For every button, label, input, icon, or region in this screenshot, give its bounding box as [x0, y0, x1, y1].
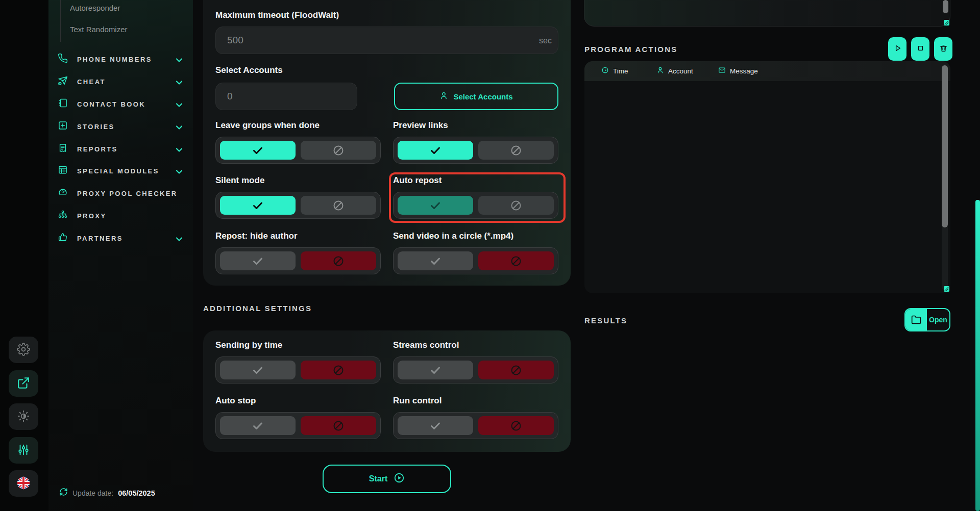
toggle-yes-button[interactable] [220, 141, 296, 160]
results-title: RESULTS [584, 316, 627, 325]
submenu-indicator-line [60, 0, 61, 42]
clear-actions-button[interactable] [934, 37, 952, 61]
clock-icon [601, 66, 609, 76]
sidebar-item-cheat[interactable]: CHEAT [58, 70, 186, 93]
textarea-scrollbar-thumb[interactable] [943, 0, 948, 13]
open-results-button[interactable]: Open [904, 308, 950, 331]
uk-flag-icon [17, 476, 30, 491]
sidebar-item-special-modules[interactable]: SPECIAL MODULES [58, 160, 186, 182]
gear-icon [17, 343, 30, 357]
sidebar: Autoresponder Text Randomizer PHONE NUMB… [48, 0, 193, 511]
special-modules-icon [58, 165, 68, 177]
additional-settings-title: ADDITIONAL SETTINGS [203, 304, 312, 313]
toggle-yes-button[interactable] [220, 361, 296, 379]
toggle-no-button[interactable] [478, 361, 554, 379]
accounts-count-input[interactable] [215, 83, 357, 110]
settings-rail-button[interactable] [9, 337, 38, 363]
stop-actions-button[interactable] [911, 37, 929, 61]
trash-icon [939, 44, 948, 54]
stop-icon [916, 44, 925, 54]
toggle-auto-stop: Auto stop [215, 396, 381, 439]
select-accounts-label: Select Accounts [215, 65, 283, 75]
column-header-time: Time [601, 61, 628, 81]
toggle-no-button[interactable] [301, 196, 376, 215]
gauge-icon [58, 187, 68, 199]
refresh-icon [59, 488, 68, 498]
toggle-yes-button[interactable] [398, 141, 473, 160]
chevron-down-icon [174, 234, 182, 242]
toggle-no-button[interactable] [478, 141, 554, 160]
toggle-yes-button[interactable] [398, 196, 473, 215]
toggle-yes-button[interactable] [398, 361, 473, 379]
toggle-yes-button[interactable] [220, 196, 296, 215]
sliders-icon [17, 443, 30, 458]
toggle-streams-control: Streams control [393, 340, 558, 384]
play-icon [893, 44, 902, 54]
toggle-no-button[interactable] [301, 361, 376, 379]
toggle-leave-groups: Leave groups when done [215, 120, 381, 164]
start-button[interactable]: Start [323, 465, 451, 493]
chevron-down-icon [174, 167, 182, 175]
column-header-account: Account [656, 61, 693, 81]
sidebar-item-proxy[interactable]: PROXY [58, 205, 186, 227]
toggle-preview-links: Preview links [393, 120, 558, 164]
textarea-resize-grip[interactable] [944, 20, 949, 25]
sidebar-item-phone-numbers[interactable]: PHONE NUMBERS [58, 48, 186, 70]
sidebar-subitem-text-randomizer[interactable]: Text Randomizer [70, 25, 128, 34]
external-link-rail-button[interactable] [9, 370, 38, 397]
sidebar-subitem-autoresponder[interactable]: Autoresponder [70, 4, 120, 12]
language-rail-button[interactable] [9, 470, 38, 497]
toggle-no-button[interactable] [478, 416, 554, 435]
toggle-yes-button[interactable] [220, 251, 296, 270]
person-icon [439, 91, 448, 101]
chevron-down-icon [174, 122, 182, 131]
update-date-value: 06/05/2025 [118, 489, 155, 497]
toggle-no-button[interactable] [301, 141, 376, 160]
external-link-icon [17, 376, 30, 391]
chevron-down-icon [174, 55, 182, 63]
run-actions-button[interactable] [888, 37, 906, 61]
toggle-no-button[interactable] [478, 196, 554, 215]
chevron-down-icon [174, 78, 182, 86]
program-actions-table: Time Account Message [584, 61, 950, 293]
icon-rail [0, 0, 48, 511]
table-resize-grip[interactable] [944, 286, 949, 292]
timeout-label: Maximum timeout (FloodWait) [215, 10, 339, 20]
toggle-no-button[interactable] [478, 251, 554, 270]
timeout-unit: sec [539, 36, 552, 45]
paper-plane-icon [58, 75, 68, 88]
sidebar-item-proxy-pool-checker[interactable]: PROXY POOL CHECKER [58, 182, 186, 205]
preferences-rail-button[interactable] [9, 437, 38, 464]
theme-rail-button[interactable] [9, 403, 38, 430]
table-scrollbar-thumb[interactable] [942, 65, 948, 227]
account-icon [656, 66, 664, 76]
sidebar-item-reports[interactable]: REPORTS [58, 138, 186, 160]
toggle-no-button[interactable] [301, 251, 376, 270]
select-accounts-button[interactable]: Select Accounts [394, 83, 558, 110]
sidebar-item-stories[interactable]: STORIES [58, 115, 186, 138]
toggle-auto-repost: Auto repost [393, 175, 558, 219]
sidebar-item-partners[interactable]: PARTNERS [58, 227, 186, 249]
table-header: Time Account Message [584, 61, 950, 81]
update-date-label: Update date: [72, 489, 113, 497]
thumbs-up-icon [58, 232, 68, 244]
contact-book-icon [58, 98, 68, 110]
toggle-yes-button[interactable] [398, 251, 473, 270]
toggle-no-button[interactable] [301, 416, 376, 435]
message-icon [718, 66, 726, 76]
column-header-message: Message [718, 61, 758, 81]
timeout-input[interactable] [215, 27, 558, 54]
toggle-yes-button[interactable] [220, 416, 296, 435]
chevron-down-icon [174, 100, 182, 108]
toggle-run-control: Run control [393, 396, 558, 439]
toggle-repost-hide-author: Repost: hide author [215, 231, 381, 274]
message-textarea[interactable] [584, 0, 950, 27]
sidebar-item-contact-book[interactable]: CONTACT BOOK [58, 93, 186, 115]
brightness-icon [17, 410, 30, 424]
toggle-silent-mode: Silent mode [215, 175, 381, 219]
phone-icon [58, 53, 68, 65]
toggle-yes-button[interactable] [398, 416, 473, 435]
toggle-sending-by-time: Sending by time [215, 340, 381, 384]
update-date-row: Update date: 06/05/2025 [59, 488, 155, 498]
page-scrollbar-thumb[interactable] [975, 200, 980, 511]
